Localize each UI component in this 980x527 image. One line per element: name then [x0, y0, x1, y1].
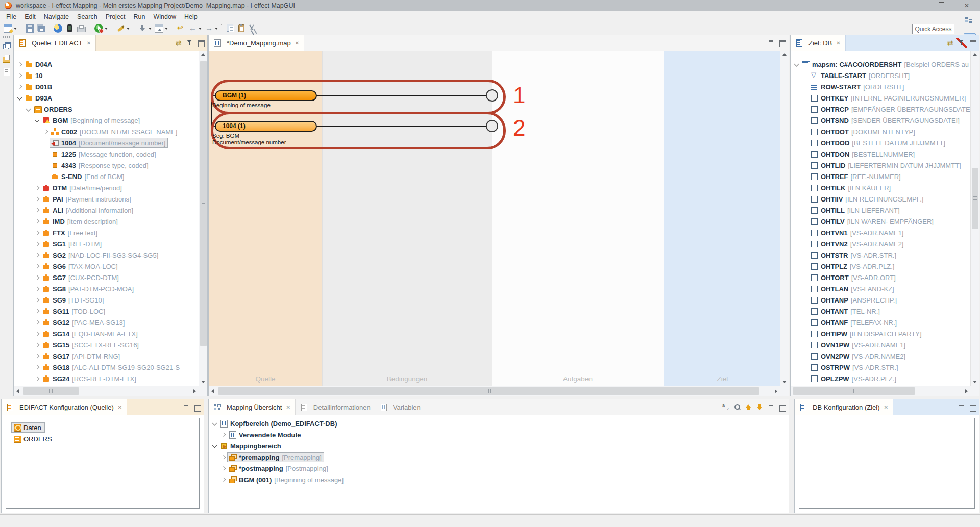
move-up-button[interactable] — [743, 402, 754, 412]
tree-item-postmapping[interactable]: *postmapping[Postmapping] — [209, 463, 789, 474]
forward-button[interactable] — [203, 23, 219, 34]
save-button[interactable] — [24, 23, 36, 34]
tree-item-row-start[interactable]: ROW-START[ORDERSHT] — [791, 81, 970, 92]
save-all-button[interactable] — [36, 23, 46, 33]
dropdown-arrow-icon[interactable] — [215, 28, 218, 30]
minimize-button[interactable] — [766, 402, 776, 412]
tree-item-10[interactable]: 10 — [14, 70, 199, 81]
expander-closed-icon[interactable] — [33, 339, 41, 350]
node-pill-1004-1[interactable]: 1004 (1) — [215, 121, 317, 132]
tree-item-s-end[interactable]: S-END[End of BGM] — [14, 171, 199, 182]
tree-item-ohtlan[interactable]: OHTLAN[VS-LAND-KZ] — [791, 283, 970, 294]
expander-closed-icon[interactable] — [16, 81, 23, 92]
tree-item-1225[interactable]: 1225[Message function, coded] — [14, 148, 199, 160]
tab-ziel-db[interactable]: Ziel: DB ✕ — [791, 35, 846, 51]
expander-closed-icon[interactable] — [219, 474, 227, 485]
marker-button[interactable] — [115, 23, 131, 34]
minimize-window-button[interactable] — [899, 0, 926, 11]
tree-item-verwendete-module[interactable]: Verwendete Module — [209, 429, 789, 440]
export-window-button[interactable] — [153, 23, 169, 34]
tree-item-imd[interactable]: IMD[Item description] — [14, 216, 199, 227]
tree-item-sg18[interactable]: SG18[ALC-ALI-DTM-SG19-SG20-SG21-S — [14, 362, 199, 373]
maximize-button[interactable] — [192, 402, 203, 412]
target-vertical-scrollbar[interactable] — [970, 51, 979, 386]
tree-item-sg9[interactable]: SG9[TDT-SG10] — [14, 294, 199, 306]
dropdown-arrow-icon[interactable] — [199, 28, 202, 30]
drag-handle-icon[interactable] — [3, 36, 10, 38]
tree-item-ohtanf[interactable]: OHTANF[TELEFAX-NR.] — [791, 317, 970, 328]
expander-closed-icon[interactable] — [33, 227, 41, 238]
source-horizontal-scrollbar[interactable] — [14, 386, 199, 396]
expander-closed-icon[interactable] — [33, 317, 41, 328]
tree-item-ohtant[interactable]: OHTANT[TEL-NR.] — [791, 306, 970, 317]
tree-item-mapsm-c-aco-ordersht[interactable]: mapsm: C#ACO/ORDERSHT[Beispiel ORDERS au — [791, 59, 970, 70]
cut-button[interactable] — [246, 23, 258, 34]
restore-views-button[interactable] — [2, 41, 11, 51]
tree-item-ali[interactable]: ALI[Additional information] — [14, 205, 199, 216]
tree-item-sg8[interactable]: SG8[PAT-DTM-PCD-MOA] — [14, 283, 199, 294]
quick-access-box[interactable]: Quick Access — [912, 24, 954, 34]
expander-closed-icon[interactable] — [42, 126, 50, 137]
tab-db-konfiguration-ziel[interactable]: DB Konfiguration (Ziel) ✕ — [795, 399, 893, 415]
mapping-target-port[interactable] — [486, 120, 498, 132]
tree-item-pai[interactable]: PAI[Payment instructions] — [14, 193, 199, 205]
tree-item-sg12[interactable]: SG12[PAC-MEA-SG13] — [14, 317, 199, 328]
last-edit-button[interactable] — [175, 23, 187, 34]
tree-item-bgm[interactable]: BGM[Beginning of message] — [14, 115, 199, 126]
expander-closed-icon[interactable] — [33, 373, 41, 384]
tree-item-sg17[interactable]: SG17[API-DTM-RNG] — [14, 350, 199, 362]
tab-demo-mapping-map[interactable]: *Demo_Mapping.map ✕ — [209, 35, 304, 51]
tree-item-sg2[interactable]: SG2[NAD-LOC-FII-SG3-SG4-SG5] — [14, 249, 199, 261]
expander-closed-icon[interactable] — [33, 193, 41, 205]
tree-item-sg14[interactable]: SG14[EQD-HAN-MEA-FTX] — [14, 328, 199, 339]
expander-closed-icon[interactable] — [33, 283, 41, 294]
dropdown-arrow-icon[interactable] — [105, 28, 108, 30]
expander-open-icon[interactable] — [33, 115, 41, 126]
expander-closed-icon[interactable] — [33, 216, 41, 227]
expander-closed-icon[interactable] — [33, 249, 41, 261]
tree-item-sg1[interactable]: SG1[RFF-DTM] — [14, 238, 199, 249]
tree-item-table-start[interactable]: TABLE-START[ORDERSHT] — [791, 70, 970, 81]
expander-open-icon[interactable] — [24, 104, 32, 115]
tree-item-c002[interactable]: C002[DOCUMENT/MESSAGE NAME] — [14, 126, 199, 137]
run-button[interactable] — [93, 23, 109, 34]
minimize-button[interactable] — [181, 402, 191, 412]
config-item-daten[interactable]: Daten — [6, 422, 199, 433]
expander-closed-icon[interactable] — [33, 328, 41, 339]
menu-help[interactable]: Help — [180, 12, 202, 21]
publish-web-button[interactable] — [52, 23, 64, 34]
tree-item-ohtvn1[interactable]: OHTVN1[VS-ADR.NAME1] — [791, 227, 970, 238]
back-button[interactable] — [187, 23, 203, 34]
maximize-button[interactable] — [195, 38, 206, 48]
expander-closed-icon[interactable] — [33, 306, 41, 317]
tree-item-d01b[interactable]: D01B — [14, 81, 199, 92]
tree-item-ohtdod[interactable]: OHTDOD[BESTELL DATUM JHJJMMTT] — [791, 137, 970, 148]
minimize-button[interactable] — [956, 402, 967, 412]
tree-item-sg6[interactable]: SG6[TAX-MOA-LOC] — [14, 261, 199, 272]
tree-item-ohtdot[interactable]: OHTDOT[DOKUMENTENTYP] — [791, 126, 970, 137]
menu-window[interactable]: Window — [150, 12, 180, 21]
menu-file[interactable]: File — [2, 12, 20, 21]
tree-item-mappingbereich[interactable]: Mappingbereich — [209, 440, 789, 451]
expander-closed-icon[interactable] — [33, 238, 41, 249]
tab-detailinformationen[interactable]: Detailinformationen — [296, 399, 375, 415]
tab-quelle-edifact[interactable]: Quelle: EDIFACT ✕ — [14, 35, 96, 51]
tree-item-ohtstr[interactable]: OHTSTR[VS-ADR.STR.] — [791, 249, 970, 261]
dropdown-arrow-icon[interactable] — [14, 28, 17, 30]
tree-item-ohtdon[interactable]: OHTDON[BESTELLNUMMER] — [791, 148, 970, 160]
tree-item-ohtvn2[interactable]: OHTVN2[VS-ADR.NAME2] — [791, 238, 970, 249]
paste-button[interactable] — [236, 23, 246, 33]
link-with-editor-button[interactable] — [173, 38, 184, 48]
expander-closed-icon[interactable] — [219, 451, 227, 463]
expander-closed-icon[interactable] — [33, 272, 41, 283]
tree-item-bgm-001[interactable]: BGM (001)[Beginning of message] — [209, 474, 789, 485]
tree-item-ohtrcp[interactable]: OHTRCP[EMPFÄNGER ÜBERTRAGUNGSDATE — [791, 104, 970, 115]
expander-closed-icon[interactable] — [33, 294, 41, 306]
tree-item-ohtanp[interactable]: OHTANP[ANSPRECHP.] — [791, 294, 970, 306]
expander-closed-icon[interactable] — [33, 205, 41, 216]
tree-item-kopfbereich-demo-edifact-db[interactable]: Kopfbereich (Demo_EDIFACT-DB) — [209, 418, 789, 429]
source-vertical-scrollbar[interactable] — [199, 51, 207, 386]
tree-item-ftx[interactable]: FTX[Free text] — [14, 227, 199, 238]
close-window-button[interactable]: ✕ — [953, 0, 980, 11]
tree-item-ohtplz[interactable]: OHTPLZ[VS-ADR.PLZ.] — [791, 261, 970, 272]
